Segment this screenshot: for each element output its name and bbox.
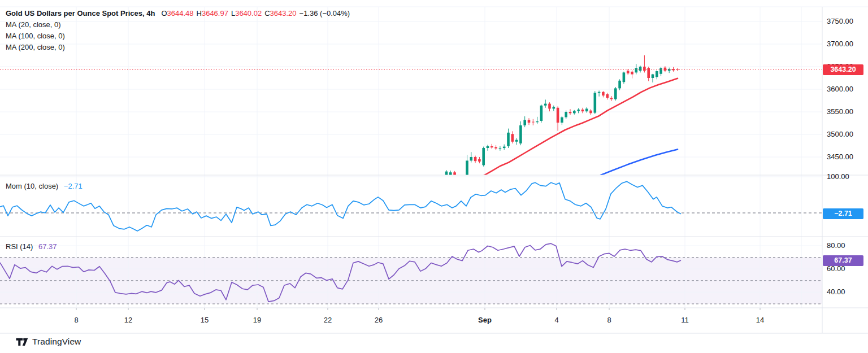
symbol-title: Gold US Dollars per Ounce Spot Prices, 4…: [6, 9, 155, 18]
ma-20-legend: MA (20, close, 0): [6, 19, 350, 30]
high-value: 3646.97: [202, 9, 228, 18]
low-value: 3640.02: [235, 9, 262, 18]
ma-100-legend: MA (100, close, 0): [6, 30, 350, 42]
candlestick-series: [445, 55, 679, 182]
momentum-line: [0, 181, 681, 231]
change-value: −1.36 (−0.04%): [300, 9, 350, 18]
tradingview-icon: [16, 337, 28, 347]
momentum-value: −2.71: [64, 182, 83, 190]
close-label: C: [264, 9, 270, 18]
momentum-legend: Mom (10, close) −2.71: [6, 182, 83, 190]
ma-200-legend: MA (200, close, 0): [6, 42, 350, 53]
tradingview-chart[interactable]: 3750.003700.003650.003600.003550.003500.…: [0, 0, 868, 353]
high-label: H: [197, 9, 202, 18]
rsi-label: RSI (14): [6, 242, 33, 251]
footer: TradingView: [16, 335, 81, 348]
close-value: 3643.20: [270, 9, 297, 18]
open-value: 3644.48: [167, 9, 194, 18]
symbol-legend: Gold US Dollars per Ounce Spot Prices, 4…: [6, 8, 350, 53]
momentum-label: Mom (10, close): [6, 182, 58, 190]
rsi-value: 67.37: [38, 242, 57, 251]
tradingview-wordmark: TradingView: [32, 337, 81, 347]
ma-overlays: [484, 79, 678, 176]
tradingview-logo[interactable]: TradingView: [16, 337, 81, 347]
symbol-title-row: Gold US Dollars per Ounce Spot Prices, 4…: [6, 8, 350, 19]
open-label: O: [161, 9, 167, 18]
rsi-legend: RSI (14) 67.37: [6, 242, 57, 251]
